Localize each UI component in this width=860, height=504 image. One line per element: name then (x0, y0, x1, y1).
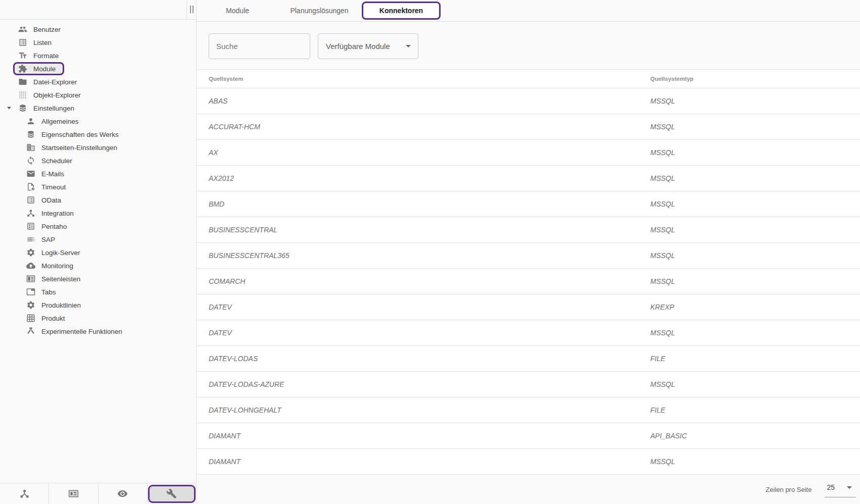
table-row[interactable]: DATEV-LOHNGEHALTFILE (197, 397, 860, 423)
sidebar-item-e-mails[interactable]: E-Mails (0, 167, 196, 180)
sidebar-item-seitenleisten[interactable]: Seitenleisten (0, 272, 196, 285)
sidebar-item-tabs[interactable]: Tabs (0, 285, 196, 298)
dot-grid-icon (18, 90, 27, 99)
available-modules-select-label: Verfügbare Module (326, 42, 390, 51)
table-row[interactable]: DIAMANTMSSQL (197, 449, 860, 475)
connectors-table: Quellsystem Quellsystemtyp ABASMSSQLACCU… (197, 69, 860, 475)
sidebar-item-label: Experimentelle Funktionen (41, 328, 122, 335)
cell-quellsystemtyp: MSSQL (650, 123, 860, 131)
cell-quellsystem: AX2012 (209, 174, 650, 182)
preview-button[interactable] (99, 483, 148, 504)
cell-quellsystem: DATEV (209, 329, 650, 337)
sidebar-item-startseiten-einstellungen[interactable]: Startseiten-Einstellungen (0, 141, 196, 154)
eye-icon (117, 488, 128, 499)
cell-quellsystemtyp: API_BASIC (650, 432, 860, 440)
table-row[interactable]: AXMSSQL (197, 140, 860, 166)
tab-module[interactable]: Module (197, 0, 278, 21)
sidebar-item-label: Datei-Explorer (33, 78, 77, 86)
integration-button[interactable] (0, 483, 49, 504)
sidebar-item-listen[interactable]: Listen (0, 36, 196, 49)
sidebar-item-label: Integration (41, 210, 74, 217)
search-input[interactable] (209, 42, 310, 51)
sidebar-item-label: Produktlinien (41, 301, 81, 309)
rows-per-page-select[interactable]: 25 (825, 481, 856, 497)
nav-item-pill: Scheduler (21, 154, 81, 167)
sidebar-item-module[interactable]: Module (0, 62, 196, 75)
sidebar-item-label: Logik-Server (41, 249, 80, 257)
expand-arrow-icon[interactable] (7, 107, 11, 110)
puzzle-icon (18, 64, 27, 73)
flask-icon (26, 327, 35, 336)
sidebar-item-label: Startseiten-Einstellungen (41, 144, 117, 152)
cell-quellsystemtyp: MSSQL (650, 277, 860, 285)
main-content: ModulePlanungslösungenKonnektoren Verfüg… (197, 0, 860, 504)
sidebar-item-label: SAP (41, 236, 55, 243)
cell-quellsystem: BUSINESSCENTRAL365 (209, 251, 650, 260)
list-icon (26, 195, 35, 205)
sidebar-item-objekt-explorer[interactable]: Objekt-Explorer (0, 88, 196, 102)
tab-planungsloesungen[interactable]: Planungslösungen (278, 0, 360, 21)
paginator: Zeilen pro Seite 25 (197, 475, 860, 504)
nav-item-pill: SAP (21, 233, 64, 246)
admin-tools-button[interactable] (148, 483, 196, 504)
table-row[interactable]: ACCURAT-HCMMSSQL (197, 114, 860, 140)
sidebar-item-label: Listen (33, 39, 52, 46)
table-row[interactable]: COMARCHMSSQL (197, 269, 860, 294)
column-header-quellsystem: Quellsystem (209, 76, 650, 82)
sidebar-nav: BenutzerListenFormateModuleDatei-Explore… (0, 20, 196, 504)
table-row[interactable]: BUSINESSCENTRAL365MSSQL (197, 243, 860, 269)
cell-quellsystem: DATEV-LODAS (209, 355, 650, 363)
sidebar-item-allgemeines[interactable]: Allgemeines (0, 115, 196, 128)
table-row[interactable]: DATEV-LODASFILE (197, 346, 860, 372)
table-row[interactable]: DIAMANTAPI_BASIC (197, 423, 860, 449)
sidebar-item-label: Monitoring (41, 262, 73, 270)
sidebar-item-datei-explorer[interactable]: Datei-Explorer (0, 75, 196, 88)
rows-per-page-value: 25 (827, 483, 835, 491)
cell-quellsystemtyp: MSSQL (650, 174, 860, 182)
cell-quellsystemtyp: MSSQL (650, 458, 860, 466)
sidebar-item-sap[interactable]: SAP (0, 233, 196, 246)
table-row[interactable]: DATEVMSSQL (197, 320, 860, 346)
tab-konnektoren[interactable]: Konnektoren (362, 2, 441, 20)
sidebar-item-label: Seitenleisten (41, 275, 80, 283)
sidebar-item-label: Pentaho (41, 223, 67, 230)
nav-item-pill: Eigenschaften des Werks (21, 128, 127, 141)
nav-item-pill: Benutzer (13, 23, 69, 36)
sidebar-item-label: Produkt (41, 315, 65, 322)
table-row[interactable]: ABASMSSQL (197, 88, 860, 114)
table-row[interactable]: DATEVKREXP (197, 294, 860, 320)
sidebar-item-pentaho[interactable]: Pentaho (0, 220, 196, 233)
sidebar-item-integration[interactable]: Integration (0, 207, 196, 220)
sidebar-item-produkt[interactable]: Produkt (0, 312, 196, 325)
tool-button-pill (148, 485, 196, 503)
sidebar-item-einstellungen[interactable]: Einstellungen (0, 102, 196, 115)
table-row[interactable]: BMDMSSQL (197, 191, 860, 217)
table-row[interactable]: BUSINESSCENTRALMSSQL (197, 217, 860, 243)
sidebar-item-formate[interactable]: Formate (0, 49, 196, 62)
nav-item-pill: Monitoring (21, 259, 82, 272)
sidebar-item-label: OData (41, 196, 61, 204)
layout-icon (68, 488, 79, 499)
cell-quellsystemtyp: MSSQL (650, 251, 860, 260)
sidebar-item-timeout[interactable]: Timeout (0, 180, 196, 193)
table-row[interactable]: DATEV-LODAS-AZUREMSSQL (197, 372, 860, 397)
nav-item-pill: Timeout (21, 180, 74, 193)
sidebar-item-logik-server[interactable]: Logik-Server (0, 246, 196, 259)
column-header-quellsystemtyp: Quellsystemtyp (650, 76, 860, 82)
cell-quellsystemtyp: MSSQL (650, 97, 860, 105)
sidebar-item-produktlinien[interactable]: Produktlinien (0, 298, 196, 312)
sidebar-resize-handle[interactable] (186, 0, 196, 19)
sidebar-item-benutzer[interactable]: Benutzer (0, 23, 196, 36)
sidebar-item-scheduler[interactable]: Scheduler (0, 154, 196, 167)
table-row[interactable]: AX2012MSSQL (197, 166, 860, 191)
wrench-icon (166, 488, 177, 499)
sidebar-item-eigenschaften-des-werks[interactable]: Eigenschaften des Werks (0, 128, 196, 141)
sidebar-item-monitoring[interactable]: Monitoring (0, 259, 196, 272)
sidebar-item-odata[interactable]: OData (0, 193, 196, 207)
tab-bar: ModulePlanungslösungenKonnektoren (197, 0, 860, 22)
layout-button[interactable] (49, 483, 98, 504)
sidebar-item-label: Scheduler (41, 157, 72, 165)
sidebar-item-experimentelle-funktionen[interactable]: Experimentelle Funktionen (0, 325, 196, 338)
sidebar-toolbar (0, 483, 196, 504)
available-modules-select[interactable]: Verfügbare Module (318, 33, 418, 59)
